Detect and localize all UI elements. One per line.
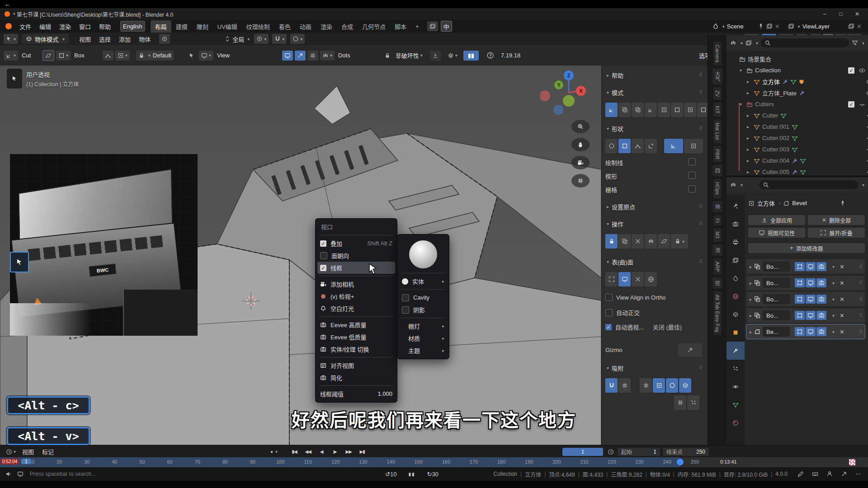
viewport-menu-item[interactable]: 视图 (75, 33, 95, 45)
outliner-display-icon[interactable] (730, 40, 736, 46)
blender-menu-icon[interactable] (5, 23, 12, 29)
remove-viewlayer-icon[interactable]: ✕ (857, 23, 862, 30)
outliner-row[interactable]: ▸ 立方体_Plate (726, 87, 868, 99)
properties-tab-tool[interactable] (726, 197, 745, 215)
image-select-button[interactable] (10, 252, 29, 272)
breadcrumb-modifier[interactable]: Bevel (792, 200, 807, 206)
workspace-tab[interactable]: 渲染 (316, 20, 337, 33)
back-arrow-icon[interactable]: ← (5, 1, 10, 8)
menu-action-item[interactable]: 空白灯光 (316, 302, 397, 314)
addon-tab[interactable]: Mat List (713, 119, 722, 143)
auto-ortho-toggle[interactable]: 自动正交 (605, 308, 640, 317)
outliner-row[interactable]: ▸ Cutter.003 (726, 144, 868, 155)
axis-gizmo[interactable]: Z Y X (540, 68, 599, 122)
outliner-row[interactable]: ▾ Cutters ✓ (726, 99, 868, 110)
menu-action-item[interactable]: 添加相机 (316, 278, 397, 290)
workspace-tab[interactable]: 布局 (151, 20, 171, 33)
properties-tab-droplet[interactable] (726, 269, 745, 287)
draw-line-checkbox[interactable] (689, 158, 696, 165)
transport-button[interactable]: ◀◀ (302, 447, 314, 456)
settings-gear-button[interactable]: ▾ (445, 51, 460, 61)
live-toggle-button[interactable] (282, 51, 293, 61)
menu-toggle-item[interactable]: 面朝向 (316, 249, 397, 262)
properties-tab-globe[interactable] (726, 287, 745, 305)
menu-checkbox[interactable]: ✓ (320, 240, 326, 247)
editor-type-button[interactable]: ▾ (4, 34, 18, 44)
sqd-cell-button[interactable] (658, 103, 670, 117)
grid-snap-button[interactable] (307, 51, 318, 61)
viewlayer-name[interactable]: ViewLayer (802, 23, 830, 30)
add-workspace-button[interactable]: + (411, 21, 424, 32)
properties-tab-orbit[interactable] (726, 378, 745, 396)
section-help[interactable]: ▸帮助⠿ (605, 71, 703, 80)
unlink-scene-icon[interactable]: ✕ (775, 23, 780, 30)
gizmo-settings-button[interactable] (678, 343, 702, 357)
modifier-name[interactable]: Bo... (763, 310, 790, 320)
video-seek-handle[interactable] (677, 459, 684, 465)
nondestructive-label[interactable]: 非破坏性 (396, 51, 419, 60)
addon-tab[interactable]: 挖 (712, 277, 722, 289)
workspace-tab[interactable]: 建模 (171, 20, 192, 33)
workspace-tab[interactable]: 动画 (295, 20, 316, 33)
delete-all-button[interactable]: ✕删除全部 (808, 215, 865, 225)
realtime-toggle[interactable] (806, 327, 816, 336)
active-tool-button[interactable]: ▾ (4, 51, 18, 61)
dots-spacing-button[interactable]: ▾ (320, 51, 335, 61)
edit-mode-toggle[interactable] (795, 278, 805, 287)
minimize-button[interactable]: – (816, 11, 833, 17)
grid-checkbox[interactable] (689, 185, 696, 192)
x-cell-button[interactable] (632, 234, 644, 249)
annotate-pencil-icon[interactable] (797, 471, 804, 477)
modifier-row[interactable]: ▸ Bo... ▾ ✕ ⠿ (746, 308, 865, 323)
new-scene-icon[interactable] (766, 23, 773, 29)
lock-cell-button[interactable]: ▾ (671, 234, 688, 249)
timeline-editor-type-button[interactable]: ▾ (4, 447, 18, 457)
box-shape-button[interactable]: ▾ (56, 51, 71, 61)
workspace-tab[interactable]: 纹理绘制 (242, 20, 274, 33)
speaker-icon[interactable] (5, 471, 12, 477)
expand-cell-button[interactable] (605, 272, 618, 286)
maximize-button[interactable]: □ (833, 11, 849, 17)
menu-action-item[interactable]: 简化 (316, 371, 397, 384)
scene-selector[interactable]: ▾ Scene ✕ (712, 23, 780, 30)
circle-cell-button[interactable] (666, 378, 678, 393)
properties-tab-boxo[interactable] (726, 305, 745, 324)
render-toggle[interactable] (816, 262, 826, 271)
section-operation[interactable]: ▾操作⠿ (605, 220, 703, 228)
record-button[interactable]: ●▾ (270, 449, 278, 454)
unlock-icon[interactable] (382, 51, 393, 61)
scene-name[interactable]: Scene (727, 23, 744, 30)
shading-submenu-item[interactable]: 材质▸ (397, 332, 449, 344)
section-mode[interactable]: ▾模式⠿ (605, 88, 703, 97)
view-align-button[interactable]: ▾ (199, 51, 213, 61)
edit-mode-toggle[interactable] (795, 327, 805, 336)
outliner-search-input[interactable] (761, 38, 849, 47)
outliner-checkbox[interactable]: ✓ (848, 101, 854, 108)
copy-workspace-icon[interactable] (427, 21, 438, 31)
monitor-cell-button[interactable] (618, 272, 631, 286)
transform-orientation[interactable]: 全局▾ (224, 35, 250, 43)
cavity-checkbox[interactable] (402, 294, 409, 301)
select-cursor-icon[interactable] (186, 51, 197, 61)
pin-icon[interactable] (840, 200, 846, 206)
zig-cell-button[interactable] (632, 139, 644, 153)
screencast-monitor-icon[interactable] (17, 471, 24, 477)
zoom-button[interactable] (571, 120, 590, 133)
keyboard-icon[interactable] (812, 471, 818, 477)
section-origin[interactable]: ▸设置原点⠿ (605, 202, 703, 211)
viewlayer-selector[interactable]: ▾ ViewLayer ✕ (788, 23, 862, 30)
shape-toggle-button[interactable] (42, 50, 54, 61)
realtime-toggle[interactable] (806, 295, 816, 304)
skip-forward-button[interactable]: ↻30 (427, 471, 438, 478)
addon-tab[interactable]: PBR (713, 146, 722, 163)
solid-shading-item[interactable]: 实体▸ (397, 275, 449, 287)
outliner-row[interactable]: ▸ Cutter.002 (726, 132, 868, 144)
modifier-row[interactable]: ▸ Be... ▾ ✕ ⠿ (746, 324, 865, 339)
sq2-cell-button[interactable] (618, 103, 631, 117)
sq2-cell-button[interactable] (618, 234, 631, 249)
menu-item[interactable]: 窗口 (75, 21, 95, 32)
timeline-ruler[interactable]: 1020304050607080901001101201301401501601… (0, 457, 868, 467)
workspace-tab[interactable]: 脚本 (390, 20, 411, 33)
addon-tab[interactable]: ZV (713, 87, 722, 100)
video-quality-icon[interactable] (849, 459, 855, 465)
